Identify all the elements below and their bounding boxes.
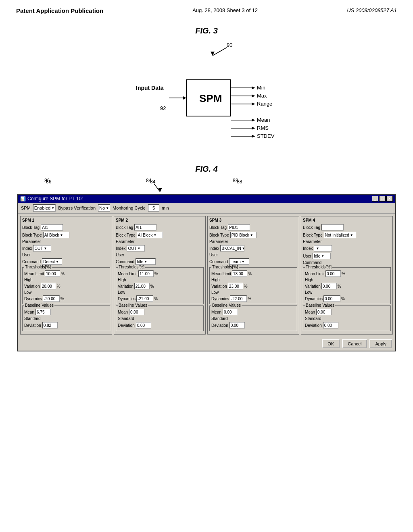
spm1-block-type-arrow: ▼ [60,233,63,237]
spm2-variation-input[interactable] [134,283,150,289]
spm1-dynamics-input[interactable] [43,295,60,302]
spm3-mean-pct: % [248,272,252,276]
spm1-mean-input[interactable] [35,309,51,315]
spm4-mean-limit-input[interactable] [325,270,341,277]
spm4-param-row: Parameter [303,239,391,244]
bypass-dropdown-arrow: ▼ [106,206,109,210]
spm4-variation-label: Variation [305,284,321,289]
spm4-title: SPM 4 [303,218,391,222]
spm1-block-type-label: Block Type [22,233,42,237]
svg-text:Min: Min [257,85,265,91]
spm4-variation-input[interactable] [321,283,337,289]
spm2-param-dropdown[interactable]: OUT ▼ [127,245,145,251]
fig4-ref-arrows: 86 84 88 [17,178,396,194]
svg-line-1 [213,48,227,56]
spm1-index-label: Index [22,246,32,251]
spm4-dynamics-label: Dynamics [305,297,323,301]
spm4-param-label: Parameter [303,239,322,244]
spm3-mean-input[interactable] [223,309,238,315]
spm1-baseline: Baseline Values Mean Standard Deviation [22,305,110,331]
spm4-baseline-title: Baseline Values [305,303,335,308]
minimize-button[interactable]: _ [372,196,378,202]
spm1-block-tag-label: Block Tag [22,225,40,230]
spm2-command-dropdown[interactable]: Idle ▼ [136,258,156,265]
maximize-button[interactable]: □ [379,196,386,202]
spm3-command-row: Command Learn ▼ [209,258,297,265]
spm1-param-dropdown[interactable]: OUT ▼ [33,245,51,251]
spm4-panel: SPM 4 Block Tag Block Type Not Initializ… [301,216,393,335]
spm3-variation-input[interactable] [228,283,243,289]
spm3-mean-limit-input[interactable] [232,270,247,277]
spm4-dynamics-input[interactable] [323,295,340,302]
spm4-mean-label: Mean [305,310,315,314]
spm1-block-tag-input[interactable] [41,224,63,231]
spm3-block-tag-input[interactable] [228,224,250,231]
spm2-dynamics-input[interactable] [136,295,153,302]
spm2-mean-input[interactable] [129,309,144,315]
spm1-mean-limit-input[interactable] [45,270,60,277]
spm1-dynamics-label: Dynamics [24,297,42,301]
apply-button[interactable]: Apply [369,339,392,348]
spm1-variation-pct: % [57,284,60,289]
spm4-mean-input[interactable] [316,309,332,315]
svg-text:90: 90 [227,42,232,48]
spm4-user-dropdown[interactable]: Idle ▼ [313,253,331,259]
spm1-dynamics-pct: % [60,297,64,301]
spm3-low-row: Low [211,290,295,295]
spm4-block-type-dropdown[interactable]: Not Initialized ▼ [324,232,356,238]
spm2-mean-limit-input[interactable] [138,270,154,277]
spm3-variation-row: Variation % [211,283,295,289]
spm2-param-label: Parameter [116,239,135,244]
publication-number: US 2008/0208527 A1 [347,7,397,14]
spm4-block-tag-input[interactable] [321,224,344,231]
spm2-dynamics-row: Dynamics % [118,295,202,302]
spm3-mean-limit-label: Mean Limit [211,272,231,276]
spm2-user-label: User [116,253,124,257]
spm-toolbar-label: SPM [21,206,31,210]
spm1-variation-input[interactable] [41,283,56,289]
spm4-mean-limit-label: Mean Limit [305,272,325,276]
spm3-panel: SPM 3 Block Tag Block Type PID Block ▼ P… [207,216,299,335]
ok-button[interactable]: OK [322,339,340,348]
bypass-dropdown[interactable]: No ▼ [98,204,110,212]
spm1-high-row: High [24,278,108,282]
cancel-button[interactable]: Cancel [342,339,367,348]
enabled-dropdown[interactable]: Enabled ▼ [33,204,56,212]
spm1-std-row: Standard [24,316,108,321]
spm4-mean-pct: % [342,272,345,276]
spm1-thresholds-title: Thresholds[%] [24,265,52,269]
spm2-block-tag-input[interactable] [134,224,156,231]
spm4-deviation-input[interactable] [323,322,338,328]
spm1-deviation-input[interactable] [42,322,58,328]
spm4-param-dropdown[interactable]: ▼ [314,245,332,251]
spm3-dynamics-input[interactable] [230,295,247,302]
spm4-block-type-row: Block Type Not Initialized ▼ [303,232,391,238]
spm2-deviation-input[interactable] [136,322,151,328]
svg-text:84: 84 [150,179,156,185]
spm2-thresholds-title: Thresholds[%] [118,265,145,269]
svg-marker-16 [252,102,255,106]
spm1-command-dropdown[interactable]: Detect ▼ [42,258,62,265]
spm3-low-label: Low [211,290,219,295]
spm4-low-row: Low [305,290,389,295]
spm3-param-dropdown[interactable]: BKCAL_IN ▼ [220,245,244,251]
spm1-variation-label: Variation [24,284,40,289]
spm3-block-type-dropdown[interactable]: PID Block ▼ [230,232,257,238]
spm3-command-dropdown[interactable]: Learn ▼ [229,258,249,265]
svg-marker-10 [252,86,255,89]
spm3-std-label: Standard [211,316,228,321]
spm2-block-type-dropdown[interactable]: AI Block ▼ [137,232,163,238]
spm1-user-label: User [22,253,31,257]
spm3-baseline: Baseline Values Mean Standard Deviation [209,305,297,331]
spm1-index-row: Index OUT ▼ [22,245,110,251]
spm1-mean-limit-label: Mean Limit [24,272,44,276]
spm1-mean-baseline-row: Mean [24,309,108,315]
spm3-deviation-input[interactable] [229,322,245,328]
monitoring-cycle-input[interactable] [148,204,159,212]
close-button[interactable]: ✕ [386,196,393,202]
spm1-user-row: User [22,253,110,257]
enabled-dropdown-arrow: ▼ [51,206,54,210]
spm1-block-type-dropdown[interactable]: AI Block ▼ [43,232,69,238]
spm4-dynamics-row: Dynamics % [305,295,389,302]
spm1-high-label: High [24,278,33,282]
